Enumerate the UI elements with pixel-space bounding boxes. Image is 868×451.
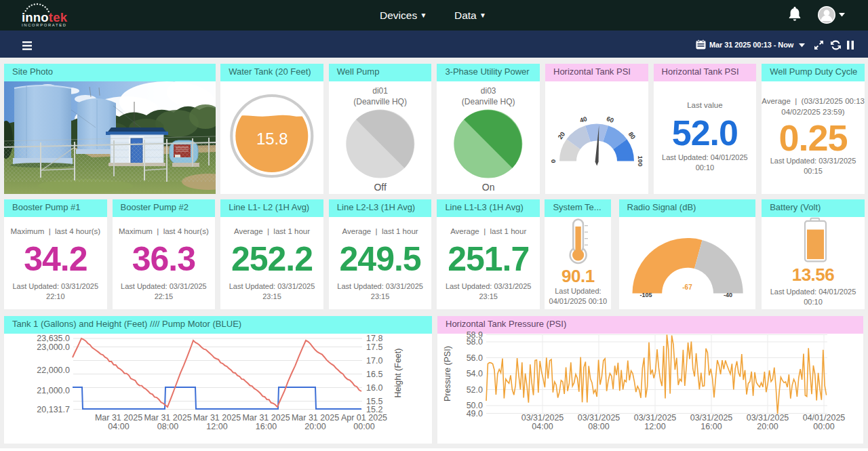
- svg-text:08:00: 08:00: [157, 422, 178, 431]
- svg-text:04:00: 04:00: [108, 422, 129, 431]
- svg-text:00:00: 00:00: [353, 422, 374, 431]
- svg-text:54.0: 54.0: [467, 369, 483, 378]
- svg-text:80: 80: [627, 130, 637, 140]
- svg-text:12:00: 12:00: [206, 422, 227, 431]
- svg-text:Apr 01 2025: Apr 01 2025: [341, 413, 387, 423]
- svg-text:Pressure (PSI): Pressure (PSI): [443, 346, 452, 401]
- svg-text:00:00: 00:00: [813, 422, 834, 431]
- svg-text:22,000.0: 22,000.0: [37, 366, 70, 375]
- svg-text:16:00: 16:00: [256, 422, 277, 431]
- svg-text:40: 40: [578, 115, 587, 124]
- svg-text:03/31/2025: 03/31/2025: [690, 413, 733, 423]
- svg-text:Mar 31 2025: Mar 31 2025: [242, 413, 290, 423]
- svg-text:Mar 31 2025: Mar 31 2025: [193, 413, 241, 423]
- svg-text:03/31/2025: 03/31/2025: [521, 413, 564, 423]
- svg-text:04/01/2025: 04/01/2025: [803, 413, 846, 423]
- svg-text:52.0: 52.0: [467, 385, 483, 395]
- svg-text:23,000.0: 23,000.0: [37, 342, 70, 352]
- svg-text:20:00: 20:00: [757, 422, 778, 431]
- svg-text:16.5: 16.5: [366, 370, 382, 379]
- svg-text:08:00: 08:00: [588, 422, 609, 431]
- svg-text:17.0: 17.0: [366, 356, 382, 366]
- svg-text:20:00: 20:00: [304, 422, 326, 431]
- svg-text:INCORPORATED: INCORPORATED: [22, 23, 67, 27]
- svg-text:innotek: innotek: [22, 10, 68, 24]
- svg-text:-67: -67: [682, 283, 692, 291]
- svg-text:20,131.7: 20,131.7: [37, 405, 70, 414]
- svg-text:60: 60: [606, 115, 614, 124]
- svg-text:56.0: 56.0: [467, 353, 483, 363]
- svg-text:Height (Feet): Height (Feet): [393, 349, 403, 398]
- svg-text:03/31/2025: 03/31/2025: [634, 413, 677, 423]
- svg-text:100: 100: [637, 156, 644, 167]
- svg-text:21,000.0: 21,000.0: [37, 386, 70, 395]
- svg-text:16:00: 16:00: [701, 422, 722, 431]
- svg-text:03/31/2025: 03/31/2025: [578, 413, 620, 423]
- svg-text:03/31/2025: 03/31/2025: [747, 413, 789, 423]
- svg-text:20: 20: [556, 130, 566, 140]
- svg-text:Mar 31 2025: Mar 31 2025: [95, 413, 142, 423]
- svg-text:17.5: 17.5: [366, 342, 382, 352]
- svg-text:58.0: 58.0: [467, 337, 483, 347]
- svg-text:Mar 31 2025: Mar 31 2025: [144, 413, 191, 423]
- svg-text:0: 0: [549, 159, 557, 163]
- svg-text:49.0: 49.0: [467, 409, 483, 418]
- svg-text:04:00: 04:00: [532, 422, 553, 431]
- svg-text:12:00: 12:00: [644, 422, 665, 431]
- svg-text:15.8: 15.8: [256, 130, 288, 148]
- svg-text:23,635.0: 23,635.0: [37, 334, 70, 343]
- svg-text:-105: -105: [639, 292, 652, 298]
- svg-text:16.0: 16.0: [366, 383, 382, 393]
- svg-text:-40: -40: [723, 292, 732, 298]
- svg-text:Mar 31 2025: Mar 31 2025: [292, 413, 339, 423]
